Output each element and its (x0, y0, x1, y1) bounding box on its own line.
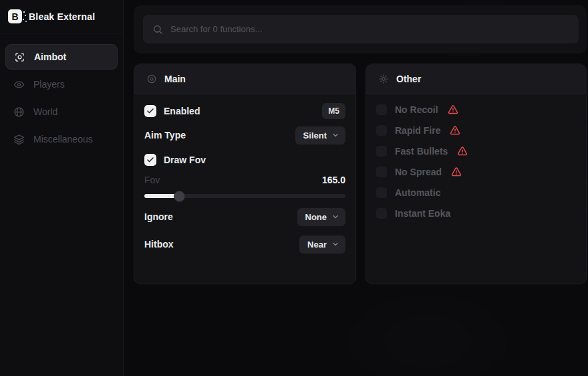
app-logo-icon: B (8, 9, 22, 23)
sidebar-nav: Aimbot Players World Miscellaneous (0, 33, 123, 152)
eye-icon (13, 79, 25, 90)
enabled-label: Enabled (164, 106, 200, 116)
no-recoil-checkbox[interactable] (376, 104, 387, 115)
fast-bullets-label: Fast Bullets (395, 146, 448, 157)
sidebar-item-players[interactable]: Players (5, 72, 118, 97)
search-card (134, 5, 587, 54)
check-icon (146, 156, 154, 164)
check-icon (146, 107, 154, 115)
row-hitbox: Hitbox Near (144, 236, 345, 253)
enabled-checkbox[interactable] (144, 105, 156, 117)
ignore-dropdown[interactable]: None (297, 208, 346, 226)
app-title: Bleak External (29, 11, 95, 22)
row-rapid-fire: Rapid Fire (376, 123, 576, 138)
hitbox-dropdown[interactable]: Near (299, 236, 345, 254)
sidebar-item-aimbot[interactable]: Aimbot (5, 44, 118, 70)
panel-main-body: Enabled M5 Aim Type Silent Draw Fov (134, 94, 355, 253)
rapid-fire-label: Rapid Fire (395, 125, 440, 136)
panel-title: Other (396, 74, 421, 84)
sidebar: B Bleak External Aimbot Players (0, 0, 124, 376)
instant-eoka-checkbox[interactable] (376, 208, 387, 219)
sidebar-item-label: World (33, 106, 57, 117)
crosshair-icon (14, 52, 25, 63)
fov-value: 165.0 (322, 175, 345, 185)
instant-eoka-label: Instant Eoka (395, 208, 450, 219)
no-spread-checkbox[interactable] (376, 167, 387, 177)
sidebar-item-label: Players (33, 79, 65, 90)
draw-fov-label: Draw Fov (164, 155, 206, 165)
draw-fov-checkbox[interactable] (144, 154, 156, 166)
automatic-label: Automatic (395, 187, 440, 198)
target-icon (146, 74, 157, 84)
row-aim-type: Aim Type Silent (144, 126, 345, 144)
panel-title: Main (164, 74, 186, 84)
row-enabled: Enabled M5 (144, 102, 345, 120)
warning-icon (448, 104, 458, 115)
chevron-down-icon (331, 240, 339, 248)
chevron-down-icon (331, 213, 339, 221)
sidebar-item-label: Miscellaneous (33, 134, 93, 145)
fast-bullets-checkbox[interactable] (376, 146, 387, 157)
row-fast-bullets: Fast Bullets (376, 144, 576, 159)
aim-type-dropdown[interactable]: Silent (295, 126, 345, 145)
sidebar-item-label: Aimbot (34, 52, 66, 62)
no-spread-label: No Spread (395, 167, 442, 177)
fov-slider-handle[interactable] (174, 191, 185, 202)
row-draw-fov: Draw Fov (144, 152, 345, 168)
ignore-label: Ignore (144, 211, 173, 222)
automatic-checkbox[interactable] (376, 187, 387, 198)
fov-slider[interactable] (144, 191, 345, 201)
hitbox-label: Hitbox (144, 239, 174, 250)
globe-icon (13, 106, 25, 118)
warning-icon (457, 146, 468, 157)
rapid-fire-checkbox[interactable] (376, 125, 387, 136)
row-ignore: Ignore None (144, 208, 345, 225)
enabled-keybind-button[interactable]: M5 (322, 103, 345, 119)
row-no-spread: No Spread (376, 165, 576, 179)
search-icon (152, 24, 163, 35)
hitbox-value: Near (307, 240, 327, 250)
panel-other-body: No Recoil Rapid Fire Fast Bullets (366, 94, 586, 221)
gear-icon (378, 74, 389, 84)
panel-other-header: Other (366, 64, 586, 94)
ignore-value: None (305, 212, 327, 222)
row-fov: Fov 165.0 (144, 173, 345, 187)
row-automatic: Automatic (376, 185, 576, 200)
no-recoil-label: No Recoil (395, 104, 438, 115)
app-window: B Bleak External Aimbot Players (0, 0, 588, 376)
search-box[interactable] (143, 15, 579, 43)
warning-icon (451, 167, 462, 177)
row-instant-eoka: Instant Eoka (376, 206, 576, 221)
fov-label: Fov (144, 175, 160, 185)
logo-letter: B (11, 11, 18, 22)
search-input[interactable] (170, 24, 569, 34)
layers-icon (13, 134, 25, 145)
aim-type-value: Silent (303, 130, 327, 140)
warning-icon (450, 125, 460, 136)
panel-other: Other No Recoil Rapid Fire Fast Bullets (365, 64, 587, 284)
chevron-down-icon (331, 131, 339, 139)
aim-type-label: Aim Type (144, 130, 186, 140)
panel-main: Main Enabled M5 Aim Type Silent (134, 64, 356, 284)
sidebar-item-world[interactable]: World (5, 99, 118, 124)
sidebar-item-miscellaneous[interactable]: Miscellaneous (5, 126, 118, 152)
brand: B Bleak External (0, 0, 123, 33)
panel-main-header: Main (134, 64, 355, 94)
row-no-recoil: No Recoil (376, 102, 576, 117)
